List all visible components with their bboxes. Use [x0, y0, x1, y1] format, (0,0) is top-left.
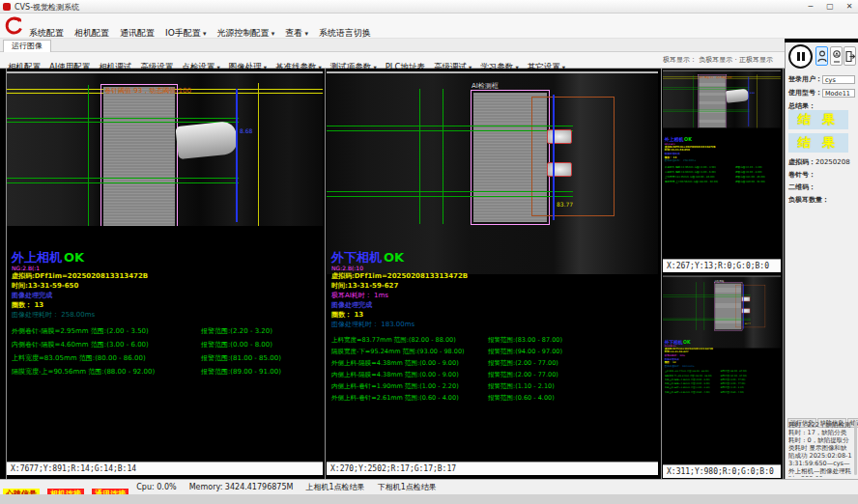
- alarm-range: 报警范围:(0.60 - 4.00): [720, 391, 743, 395]
- result-row: 上料宽度=83.77mm 范围:(82.00 - 88.00) 报警范围:(83…: [331, 336, 656, 348]
- measure-value: 上料宽度=83.77mm 范围:(82.00 - 88.00): [331, 336, 488, 348]
- ng-line: NG:2.B(:10: [331, 265, 656, 271]
- thumb1-coords: X:267;Y:13;R:0;G:0;B:0: [663, 259, 781, 272]
- alarm-range: 报警范围:(89.00 - 91.00): [201, 367, 281, 380]
- log-scrollbar[interactable]: [854, 421, 857, 475]
- tab-count-row: 负极耳数量：: [788, 195, 829, 205]
- time-line: 时间:13-31-59-627: [331, 282, 656, 291]
- right-panel: 登录用户：cys 使用型号：Mode11 总结果： 结 果 结 果 虚拟码：20…: [785, 42, 858, 479]
- overlay-line: [327, 126, 573, 126]
- thumb-view-1[interactable]: 卷针阈值:93，动态阈值:100 8.68 外上相机OK NG:2.B(:1 虚…: [663, 70, 781, 259]
- turns-line: 圈数： 13: [12, 301, 321, 310]
- ai-detection-rect: [531, 97, 615, 216]
- probe-object: [175, 121, 238, 159]
- alarm-range: 报警范围:(2.20 - 3.20): [201, 326, 272, 340]
- camera1-image[interactable]: 卷针阈值:93，动态阈值:100 8.68: [663, 70, 781, 128]
- process-done-line: 图像处理完成: [12, 292, 321, 300]
- login-user-row: 登录用户：cys: [788, 74, 855, 84]
- result-row: 外侧卷针-隔膜=2.95mm 范围:(2.00 - 3.50) 报警范围:(2.…: [12, 326, 321, 340]
- overlay-line: [236, 89, 238, 222]
- pause-button[interactable]: [788, 44, 813, 69]
- overlay-line: [443, 89, 443, 224]
- close-button[interactable]: ✕: [841, 0, 858, 14]
- virtual-code-line: 虚拟码:DFf1im=2025020813313472B: [331, 272, 656, 281]
- camera-view-2: AI检测框 83.77 外下相机OK NG:2.B(:10 虚拟码:DFf1im…: [327, 70, 658, 460]
- log-text: 耗时：222，缺陷检测耗时：17，缺陷分类耗时：0，缺陷提取分类耗时 显示图像和…: [788, 421, 852, 477]
- overlay-line: [7, 182, 239, 183]
- status-ok: OK: [683, 340, 691, 345]
- overlay-line: [327, 196, 573, 197]
- alarm-range: 报警范围:(0.00 - 8.00): [201, 340, 272, 353]
- result-row: 外侧上料-隔膜=4.38mm 范围:(0.00 - 9.00) 报警范围:(2.…: [331, 359, 656, 371]
- status-bar: 心跳信号 相机连接 通讯连接 Cpu: 0.0% Memory: 3424.41…: [0, 479, 858, 494]
- separator: [783, 69, 784, 479]
- detection-rect: [100, 84, 178, 226]
- measure-value: 内侧上料-卷针=1.90mm 范围:(1.00 - 2.20): [331, 382, 488, 394]
- virtual-code-line: 虚拟码:DFf1im=2025020813313472B: [12, 272, 321, 281]
- camera1-results: 外侧卷针-隔膜=2.95mm 范围:(2.00 - 3.50) 报警范围:(2.…: [665, 165, 780, 185]
- blue-value-label: 8.68: [750, 91, 755, 94]
- lower-camera-check-result[interactable]: 下相机1点检结果: [378, 482, 437, 493]
- maximize-button[interactable]: ▢: [821, 0, 839, 14]
- overlay-line: [419, 89, 420, 224]
- blue-value-label: 8.68: [240, 127, 252, 134]
- elapsed-line: 图像处理耗时： 258.00ms: [665, 159, 780, 162]
- result-row: 外侧上料-卷针=2.61mm 范围:(0.60 - 4.00) 报警范围:(0.…: [665, 391, 781, 395]
- overlay-line: [327, 191, 573, 192]
- app-logo: [4, 16, 23, 36]
- exit-button[interactable]: [844, 46, 856, 66]
- measure-value: 上料宽度=83.05mm 范围:(80.00 - 86.00): [12, 353, 201, 367]
- camera2-image[interactable]: AI检测框 83.77: [663, 276, 781, 349]
- tab-row: 运行图像: [0, 39, 785, 52]
- login-user-value: cys: [822, 75, 855, 84]
- model-row: 使用型号：Mode11: [788, 88, 855, 98]
- tab-run-image[interactable]: 运行图像: [3, 40, 51, 52]
- qrcode-row: 二维码：: [788, 182, 815, 192]
- user-switch-button[interactable]: [830, 46, 843, 66]
- tab-display-options[interactable]: 极耳显示： 负极耳显示 · 正极耳显示: [663, 55, 783, 65]
- yellow-value-label: 83.77: [745, 322, 751, 323]
- user-login-button[interactable]: [815, 46, 828, 66]
- camera2-coords: X:270;Y:2502;R:17;G:17;B:17: [327, 462, 658, 475]
- qrcode-label: 二维码：: [788, 183, 815, 191]
- camera1-title: 外上相机OK: [12, 251, 321, 265]
- threshold-label: 卷针阈值:93，动态阈值:100: [104, 86, 191, 96]
- overlay-line: [7, 178, 239, 179]
- detection-rect: [698, 75, 727, 128]
- tab-count-label: 负极耳数量：: [788, 196, 829, 204]
- overlay-line: [7, 122, 239, 123]
- thumb-view-2[interactable]: AI检测框 83.77 外下相机OK NG:2.B(:10 虚拟码:DFf1im…: [663, 275, 781, 464]
- minimize-button[interactable]: ─: [802, 0, 819, 14]
- result-row: 隔膜宽度-上=90.56mm 范围:(88.00 - 92.00) 报警范围:(…: [12, 367, 321, 380]
- title-bar: CVS-视觉检测系统 ─ ▢ ✕: [0, 0, 858, 14]
- result-row: 内侧卷针-隔膜=4.60mm 范围:(3.00 - 6.00) 报警范围:(0.…: [12, 340, 321, 353]
- turns-line: 圈数： 13: [331, 311, 656, 320]
- separator: [325, 69, 326, 479]
- overlay-line: [88, 85, 89, 226]
- elapsed-line: 图像处理耗时： 183.00ms: [665, 365, 781, 368]
- window-title: CVS-视觉检测系统: [14, 2, 79, 13]
- overlay-line: [258, 83, 259, 226]
- ng-line: NG:2.B(:1: [12, 265, 321, 271]
- virtual-code-row: 虚拟码：20250208: [788, 157, 850, 167]
- probe-object: [726, 89, 749, 103]
- result-row: 内侧上料-卷针=1.90mm 范围:(1.00 - 2.20) 报警范围:(1.…: [331, 382, 656, 394]
- tab-highlight: [547, 162, 572, 177]
- camera2-results: 上料宽度=83.77mm 范围:(82.00 - 88.00) 报警范围:(83…: [331, 336, 656, 406]
- thumb2-coords: X:311;Y:980;R:0;G:0;B:0: [663, 464, 781, 478]
- threshold-label: 卷针阈值:93，动态阈值:100: [700, 75, 732, 79]
- needle-id-row: 卷针号：: [788, 170, 815, 180]
- overlay-line: [327, 130, 573, 131]
- cpu-usage: Cpu: 0.0%: [136, 482, 176, 493]
- upper-camera-check-result[interactable]: 上相机1点检结果: [305, 482, 364, 493]
- user-switch-icon: [832, 50, 842, 63]
- window-bottom: [0, 494, 858, 504]
- camera2-image[interactable]: AI检测框 83.77: [327, 71, 658, 274]
- alarm-range: 报警范围:(81.00 - 85.00): [201, 353, 281, 367]
- camera2-results: 上料宽度=83.77mm 范围:(82.00 - 88.00) 报警范围:(83…: [665, 370, 781, 395]
- camera1-image[interactable]: 卷针阈值:93，动态阈值:100 8.68: [7, 71, 323, 226]
- ai-elapsed-line: 极耳AI耗时： 1ms: [331, 292, 656, 300]
- result-row: 隔膜宽度-下=95.24mm 范围:(93.00 - 98.00) 报警范围:(…: [331, 348, 656, 359]
- alarm-range: 报警范围:(83.00 - 87.00): [488, 336, 562, 348]
- measure-value: 隔膜宽度-上=90.56mm 范围:(88.00 - 92.00): [12, 367, 201, 380]
